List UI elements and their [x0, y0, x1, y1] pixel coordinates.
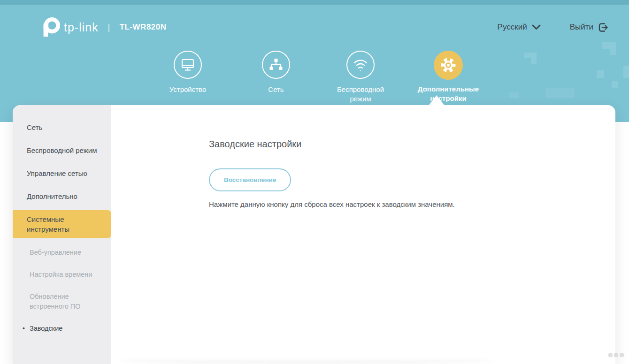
sidebar-item-network-management[interactable]: Управление сетью [13, 164, 111, 182]
main-content: Заводские настройки Восстановление Нажми… [111, 105, 615, 364]
sidebar-item-network[interactable]: Сеть [13, 118, 111, 136]
decor-block [597, 70, 604, 78]
logout-button[interactable]: Выйти [570, 22, 608, 33]
decor-block [545, 88, 575, 98]
sidebar-subitem-firmware-update[interactable]: Обновление встроенного ПО [13, 288, 111, 315]
decor-block [602, 42, 616, 49]
active-bullet-icon: • [23, 324, 25, 334]
sidebar-item-wireless[interactable]: Беспроводной режим [13, 141, 111, 159]
sidebar-subitem-factory-defaults[interactable]: • Заводские [13, 320, 111, 337]
tab-advanced[interactable]: Дополнительные настройки [417, 51, 480, 103]
tab-network[interactable]: Сеть [248, 51, 304, 103]
language-label: Русский [498, 23, 527, 32]
network-icon [262, 51, 290, 79]
tab-device[interactable]: Устройство [155, 51, 221, 103]
restore-description: Нажмите данную кнопку для сброса всех на… [209, 200, 587, 208]
brand-row: tp-link | TL-WR820N Русский Выйти [39, 15, 608, 39]
decor-block [509, 92, 519, 98]
router-model: TL-WR820N [120, 23, 167, 32]
content-panel: Сеть Беспроводной режим Управление сетью… [13, 105, 615, 364]
wifi-icon [346, 51, 375, 79]
device-icon [174, 51, 202, 79]
sidebar-item-system-tools[interactable]: Системные инструменты [13, 210, 111, 238]
tab-wireless-label: Беспроводной режим [331, 85, 390, 103]
language-selector[interactable]: Русский [498, 23, 541, 32]
header: tp-link | TL-WR820N Русский Выйти [0, 5, 629, 122]
logout-label: Выйти [570, 23, 593, 32]
brand-separator: | [108, 22, 110, 32]
chevron-down-icon [532, 24, 541, 30]
page-title: Заводские настройки [209, 139, 587, 150]
panel-bottom-shadow [117, 357, 493, 364]
tab-wireless[interactable]: Беспроводной режим [331, 51, 390, 103]
decor-block [612, 81, 618, 88]
header-actions: Русский Выйти [498, 22, 608, 33]
sidebar-subsection: Веб-управление Настройка времени Обновле… [13, 244, 111, 337]
restore-button[interactable]: Восстановление [209, 168, 291, 191]
sidebar-subitem-factory-defaults-label: Заводские [30, 325, 62, 332]
brand-wordmark: tp-link [64, 21, 99, 34]
logout-icon [598, 22, 608, 33]
sidebar-subitem-web-management[interactable]: Веб-управление [13, 244, 111, 261]
decor-block [531, 58, 537, 64]
tp-link-logo-icon [39, 15, 61, 39]
sidebar-subitem-time-settings[interactable]: Настройка времени [13, 266, 111, 283]
decor-block [524, 53, 537, 58]
decor-block [623, 66, 629, 78]
active-tab-pointer [429, 95, 445, 106]
gear-icon [434, 51, 463, 80]
tab-device-label: Устройство [155, 85, 221, 94]
top-accent-strip [0, 0, 629, 5]
sidebar: Сеть Беспроводной режим Управление сетью… [13, 105, 111, 364]
tab-network-label: Сеть [248, 85, 304, 94]
sidebar-item-additional[interactable]: Дополнительно [13, 187, 111, 205]
tab-advanced-label: Дополнительные настройки [417, 84, 480, 103]
decor-block [610, 49, 616, 55]
artifact-dots [608, 353, 624, 357]
